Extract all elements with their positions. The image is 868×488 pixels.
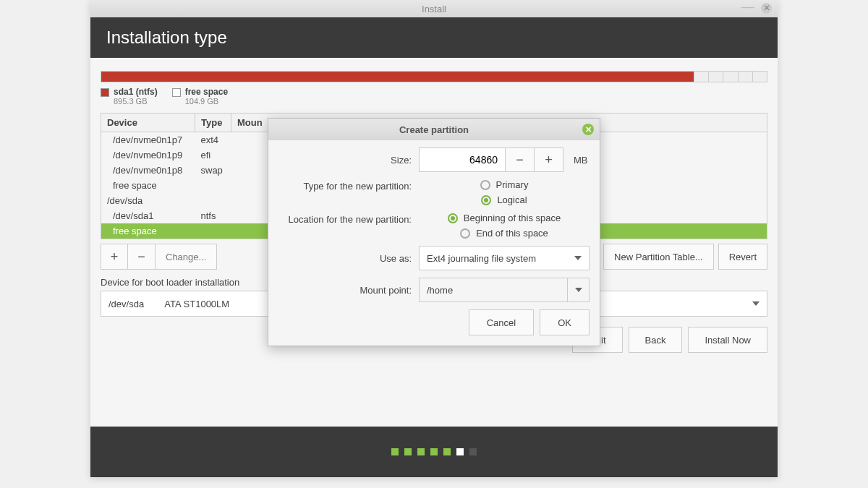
size-label: Size: [278, 155, 419, 166]
add-partition-button[interactable]: + [101, 244, 128, 270]
create-partition-dialog: Create partition ✕ Size: − + MB Type for… [268, 118, 600, 346]
size-decrement-button[interactable]: − [506, 147, 535, 172]
swatch-used-icon [101, 88, 109, 97]
radio-icon [481, 195, 491, 205]
chevron-down-icon [574, 256, 582, 260]
usage-segment-free [694, 72, 767, 82]
radio-icon [448, 213, 458, 223]
legend-free-label: free space [185, 87, 228, 97]
legend-used-label: sda1 (ntfs) [114, 87, 158, 97]
close-icon[interactable]: ✕ [761, 3, 772, 14]
revert-button[interactable]: Revert [718, 244, 767, 270]
size-unit: MB [574, 155, 588, 166]
size-increment-button[interactable]: + [535, 147, 563, 172]
remove-partition-button[interactable]: − [128, 244, 156, 270]
location-label: Location for the new partition: [278, 213, 419, 225]
install-now-button[interactable]: Install Now [688, 327, 767, 353]
progress-dots [90, 427, 778, 477]
disk-usage-bar [101, 71, 767, 82]
dialog-title: Create partition [399, 124, 469, 135]
radio-icon [460, 228, 470, 239]
dialog-titlebar[interactable]: Create partition ✕ [268, 119, 600, 140]
col-type[interactable]: Type [195, 114, 231, 132]
col-device[interactable]: Device [101, 114, 195, 132]
window-title: Install [422, 4, 446, 14]
radio-beginning[interactable]: Beginning of this space [448, 213, 561, 223]
ok-button[interactable]: OK [540, 309, 590, 335]
window-titlebar[interactable]: Install — ✕ [90, 0, 778, 17]
radio-logical[interactable]: Logical [481, 194, 527, 205]
back-button[interactable]: Back [629, 327, 683, 353]
type-label: Type for the new partition: [278, 179, 419, 192]
use-as-label: Use as: [278, 253, 419, 264]
mount-point-combobox[interactable]: /home [419, 278, 590, 302]
chevron-down-icon[interactable] [568, 278, 590, 302]
size-input[interactable] [419, 147, 506, 172]
mount-point-label: Mount point: [278, 285, 419, 296]
usage-legend: sda1 (ntfs)895.3 GB free space104.9 GB [101, 82, 767, 113]
page-title: Installation type [90, 17, 778, 58]
radio-icon [480, 180, 490, 190]
cancel-button[interactable]: Cancel [469, 309, 534, 335]
usage-segment-used [101, 72, 694, 82]
use-as-select[interactable]: Ext4 journaling file system [419, 246, 590, 270]
radio-primary[interactable]: Primary [480, 179, 529, 190]
legend-used-size: 895.3 GB [114, 97, 158, 106]
dialog-close-icon[interactable]: ✕ [582, 124, 594, 135]
change-partition-button[interactable]: Change... [156, 244, 217, 270]
legend-free-size: 104.9 GB [185, 97, 228, 106]
swatch-free-icon [172, 88, 181, 97]
chevron-down-icon [752, 301, 760, 306]
minimize-icon[interactable]: — [741, 3, 754, 10]
radio-end[interactable]: End of this space [460, 228, 548, 239]
new-partition-table-button[interactable]: New Partition Table... [603, 244, 714, 270]
